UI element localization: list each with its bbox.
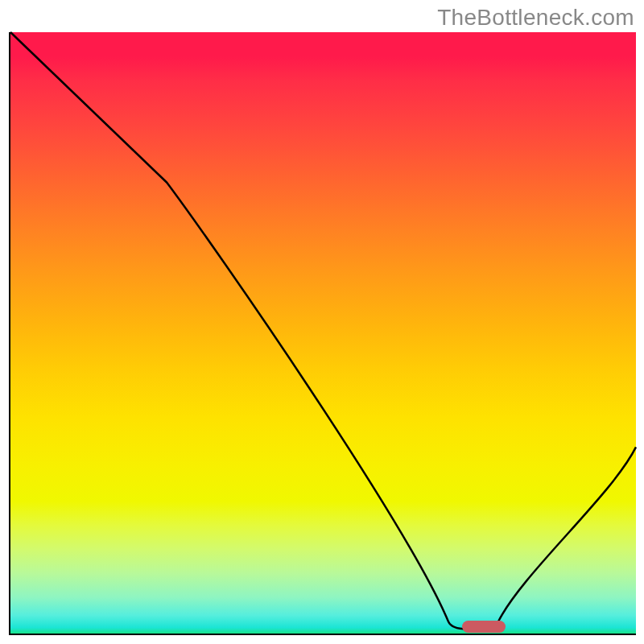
plot-area <box>9 32 636 635</box>
chart-container: TheBottleneck.com <box>0 0 644 644</box>
bottleneck-curve <box>10 32 636 634</box>
optimal-marker <box>462 621 506 633</box>
curve-path <box>10 32 636 629</box>
watermark-text: TheBottleneck.com <box>437 5 634 31</box>
